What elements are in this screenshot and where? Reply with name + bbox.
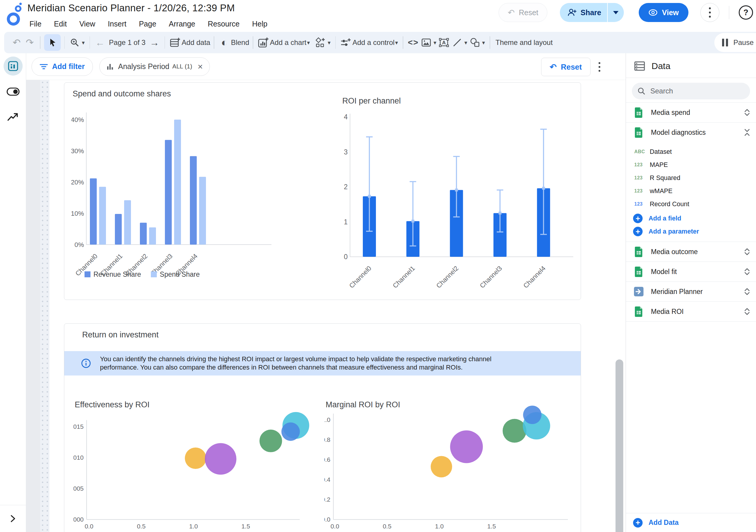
bar-Channel2-0[interactable] [140,223,147,245]
menu-item-view[interactable]: View [73,18,101,30]
chip-close-icon[interactable]: × [198,62,203,72]
bar-Channel2-1[interactable] [149,227,156,245]
line-caret-icon[interactable]: ▾ [464,39,467,46]
image-icon[interactable] [420,34,433,51]
more-options-button[interactable] [700,3,719,22]
reset-button[interactable]: ↶ Reset [499,3,548,22]
shape-caret-icon[interactable]: ▾ [482,39,485,46]
share-dropdown[interactable] [608,3,624,22]
shape-tool-icon[interactable] [469,34,482,51]
theme-layout-button[interactable]: Theme and layout [496,39,553,47]
share-button[interactable]: Share [560,3,624,22]
bubble-4[interactable] [523,406,541,424]
menu-item-page[interactable]: Page [133,18,163,30]
line-tool-icon[interactable] [451,34,464,51]
add-data-button[interactable]: + Add Data [626,513,756,532]
add-chart-button[interactable]: Add a chart [270,39,307,47]
data-source-model-fit[interactable]: Model fit [626,261,756,281]
embed-code-icon[interactable]: <> [407,34,420,51]
bubble-2[interactable] [259,430,282,452]
add-control-button[interactable]: Add a control [352,39,394,47]
data-source-media-spend[interactable]: Media spend [626,102,756,122]
undo-button[interactable]: ↶ [10,34,23,51]
redo-button[interactable]: ↷ [23,34,36,51]
add-a-field-button[interactable]: +Add a field [626,212,756,225]
sort-chevrons-icon[interactable] [744,128,750,137]
data-source-model-diagnostics[interactable]: Model diagnostics [626,122,756,142]
analysis-period-chip[interactable]: Analysis Period ALL (1) × [99,57,210,76]
bar-Channel0-0[interactable] [90,178,97,245]
sort-chevrons-icon[interactable] [744,108,750,117]
bubble-0[interactable] [185,447,206,469]
bubble-1[interactable] [205,443,236,475]
pause-updates-button[interactable]: Pause u [714,33,756,52]
menu-item-arrange[interactable]: Arrange [163,18,202,30]
community-viz-caret-icon[interactable]: ▾ [328,39,331,46]
bar-Channel0-1[interactable] [99,187,106,245]
bar-Channel1-1[interactable] [124,200,131,245]
field-wmape[interactable]: 123wMAPE [626,184,756,198]
image-caret-icon[interactable]: ▾ [434,39,437,46]
sort-chevrons-icon[interactable] [744,307,750,316]
field-dataset[interactable]: ABCDataset [626,145,756,158]
chart-spend-outcome-shares[interactable]: Spend and outcome shares0%10%20%30%40%Ch… [71,88,280,291]
zoom-tool-button[interactable] [68,34,81,51]
previous-page-button[interactable]: ← [94,34,107,51]
bubble-4[interactable] [281,422,300,441]
filter-reset-button[interactable]: ↶ Reset [541,58,590,76]
roi-section-card[interactable]: Return on investment You can identify th… [64,323,581,532]
help-button[interactable]: ? [739,5,753,20]
filter-more-options[interactable] [598,62,601,72]
menu-item-insert[interactable]: Insert [101,18,133,30]
share-main[interactable]: Share [560,3,607,22]
rail-trends-tab[interactable] [0,104,26,130]
bar-Channel3-1[interactable] [174,120,181,245]
field-r-squared[interactable]: 123R Squared [626,172,756,184]
data-source-media-outcome[interactable]: Media outcome [626,242,756,261]
add-chart-icon[interactable] [257,34,270,51]
add-a-parameter-button[interactable]: +Add a parameter [626,225,756,238]
report-title[interactable]: Meridian Scenario Planner - 1/20/26, 12:… [27,2,274,14]
menu-item-edit[interactable]: Edit [48,18,73,30]
sort-chevrons-icon[interactable] [744,287,750,296]
search-input[interactable] [650,87,740,95]
bar-Channel3-0[interactable] [165,140,172,245]
menu-item-file[interactable]: File [23,18,48,30]
chart-marginal-roi-by-roi[interactable]: Marginal ROI by ROI0.00.20.40.60.81.00.0… [324,397,578,532]
page-indicator[interactable]: Page 1 of 3 [109,39,146,47]
report-canvas[interactable]: Spend and outcome shares0%10%20%30%40%Ch… [26,80,626,532]
charts-card-top[interactable]: Spend and outcome shares0%10%20%30%40%Ch… [64,82,581,300]
blend-icon[interactable]: ◐ [218,34,231,51]
data-search-box[interactable] [632,83,750,99]
menu-item-help[interactable]: Help [246,18,274,30]
sort-chevrons-icon[interactable] [744,267,750,277]
data-source-meridian-planner[interactable]: Meridian Planner [626,281,756,302]
chart-roi-per-channel[interactable]: ROI per channel01234Channel0Channel1Chan… [341,88,579,297]
rail-controls-tab[interactable] [0,79,26,104]
rail-expand-button[interactable] [0,505,26,532]
add-data-icon[interactable] [169,34,181,51]
add-control-icon[interactable] [339,34,352,51]
data-source-media-roi[interactable]: Media ROI [626,302,756,321]
bar-Channel1-0[interactable] [115,214,122,245]
bar-Channel4-0[interactable] [190,156,197,245]
add-control-caret-icon[interactable]: ▾ [395,39,398,46]
zoom-caret-icon[interactable]: ▾ [82,39,85,46]
bubble-2[interactable] [503,419,526,443]
canvas-scrollbar[interactable] [615,359,623,532]
menu-item-resource[interactable]: Resource [202,18,246,30]
add-chart-caret-icon[interactable]: ▾ [307,39,310,46]
view-button[interactable]: View [639,3,688,22]
text-box-icon[interactable]: A [438,34,451,51]
rail-report-tab[interactable] [0,53,26,79]
field-mape[interactable]: 123MAPE [626,158,756,172]
bar-Channel4-1[interactable] [199,177,206,245]
field-record-count[interactable]: 123Record Count [626,198,756,211]
blend-button[interactable]: Blend [231,39,249,47]
community-viz-icon[interactable] [314,34,327,51]
chart-effectiveness-by-roi[interactable]: Effectiveness by ROI0.0000.0050.0100.015… [73,397,311,532]
sort-chevrons-icon[interactable] [744,247,750,256]
next-page-button[interactable]: → [148,34,161,51]
bubble-1[interactable] [450,430,483,463]
add-data-button[interactable]: Add data [181,39,210,47]
